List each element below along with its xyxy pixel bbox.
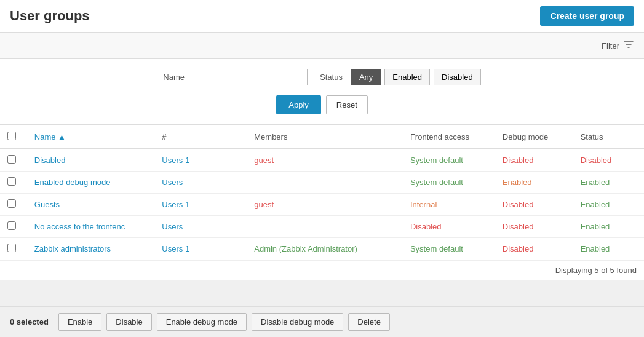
filter-icon (623, 39, 634, 52)
row-debug: Disabled (495, 238, 573, 260)
row-hash: Users 1 (154, 238, 247, 260)
row-hash-link[interactable]: Users (162, 222, 183, 231)
row-status: Enabled (573, 238, 644, 260)
filter-actions: Apply Reset (10, 95, 634, 114)
filter-row-name: Name Status Any Enabled Disabled (10, 69, 634, 85)
row-debug: Disabled (495, 216, 573, 238)
row-frontend: System default (403, 172, 495, 194)
table-footer: Displaying 5 of 5 found (0, 260, 644, 280)
row-frontend-link[interactable]: System default (410, 244, 463, 253)
row-hash-link[interactable]: Users 1 (162, 156, 189, 165)
name-label: Name (163, 73, 185, 82)
table-body: Disabled Users 1 guest System default Di… (0, 149, 644, 260)
row-frontend-link[interactable]: Internal (410, 200, 437, 209)
row-hash-link[interactable]: Users 1 (162, 244, 189, 253)
status-any-button[interactable]: Any (351, 69, 381, 85)
row-name-link[interactable]: No access to the frontenc (34, 222, 125, 231)
row-name: Zabbix administrators (27, 238, 155, 260)
row-debug-link[interactable]: Disabled (503, 222, 534, 231)
apply-button[interactable]: Apply (276, 95, 321, 114)
row-name: Disabled (27, 149, 155, 172)
row-status-text: Disabled (581, 156, 612, 165)
table-container: Name ▲ # Members Frontend access Debug m… (0, 125, 644, 280)
col-header-debug: Debug mode (495, 125, 573, 149)
col-header-hash: # (154, 125, 247, 149)
table-row: Disabled Users 1 guest System default Di… (0, 149, 644, 172)
row-name: Guests (27, 194, 155, 216)
row-hash: Users 1 (154, 149, 247, 172)
page-title: User groups (10, 8, 90, 24)
select-all-checkbox[interactable] (7, 132, 16, 140)
row-hash: Users (154, 172, 247, 194)
row-frontend: Disabled (403, 216, 495, 238)
col-header-members: Members (247, 125, 403, 149)
row-name: Enabled debug mode (27, 172, 155, 194)
row-debug-link[interactable]: Disabled (503, 244, 534, 253)
row-frontend-link[interactable]: Disabled (410, 222, 442, 231)
row-frontend: System default (403, 238, 495, 260)
row-frontend: System default (403, 149, 495, 172)
filter-form: Name Status Any Enabled Disabled Apply R… (0, 59, 644, 125)
row-members-link[interactable]: Admin (Zabbix Administrator) (254, 244, 357, 253)
row-name: No access to the frontenc (27, 216, 155, 238)
row-frontend-link[interactable]: System default (410, 178, 463, 187)
row-status: Enabled (573, 216, 644, 238)
row-checkbox[interactable] (7, 177, 16, 186)
row-checkbox[interactable] (7, 199, 16, 208)
col-header-name[interactable]: Name ▲ (27, 125, 155, 149)
row-status-text: Enabled (581, 178, 610, 187)
row-name-link[interactable]: Guests (34, 200, 60, 209)
row-debug-link[interactable]: Disabled (503, 156, 534, 165)
col-header-frontend: Frontend access (403, 125, 495, 149)
row-checkbox-cell (0, 238, 27, 260)
row-frontend-link[interactable]: System default (410, 156, 463, 165)
row-checkbox[interactable] (7, 244, 16, 252)
reset-button[interactable]: Reset (326, 95, 368, 114)
row-hash-link[interactable]: Users 1 (162, 200, 189, 209)
row-status-text: Enabled (581, 222, 610, 231)
row-status-text: Enabled (581, 200, 610, 209)
status-enabled-button[interactable]: Enabled (384, 69, 430, 85)
row-members: guest (247, 149, 403, 172)
row-status: Disabled (573, 149, 644, 172)
row-status: Enabled (573, 194, 644, 216)
row-name-link[interactable]: Disabled (34, 156, 66, 165)
table-header-row: Name ▲ # Members Frontend access Debug m… (0, 125, 644, 149)
status-group: Status Any Enabled Disabled (320, 69, 481, 85)
row-status-text: Enabled (581, 244, 610, 253)
table-row: Zabbix administrators Users 1 Admin (Zab… (0, 238, 644, 260)
row-members-link[interactable]: guest (254, 200, 274, 209)
row-hash: Users 1 (154, 194, 247, 216)
row-members (247, 216, 403, 238)
row-checkbox[interactable] (7, 155, 16, 164)
row-checkbox-cell (0, 194, 27, 216)
row-debug-link[interactable]: Disabled (503, 200, 534, 209)
row-debug: Disabled (495, 149, 573, 172)
displaying-text: Displaying 5 of 5 found (555, 266, 637, 275)
row-checkbox[interactable] (7, 221, 16, 230)
name-input[interactable] (197, 69, 308, 85)
row-name-link[interactable]: Enabled debug mode (34, 178, 111, 187)
table-row: No access to the frontenc Users Disabled… (0, 216, 644, 238)
row-checkbox-cell (0, 149, 27, 172)
select-all-header (0, 125, 27, 149)
row-members-link[interactable]: guest (254, 156, 274, 165)
table-row: Enabled debug mode Users System default … (0, 172, 644, 194)
table-row: Guests Users 1 guest Internal Disabled E… (0, 194, 644, 216)
status-disabled-button[interactable]: Disabled (434, 69, 481, 85)
row-checkbox-cell (0, 216, 27, 238)
row-status: Enabled (573, 172, 644, 194)
page-header: User groups Create user group (0, 0, 644, 33)
row-name-link[interactable]: Zabbix administrators (34, 244, 111, 253)
status-label: Status (320, 73, 343, 82)
user-groups-table: Name ▲ # Members Frontend access Debug m… (0, 125, 644, 260)
row-members: Admin (Zabbix Administrator) (247, 238, 403, 260)
row-debug-link[interactable]: Enabled (503, 178, 532, 187)
create-user-group-button[interactable]: Create user group (540, 6, 634, 26)
row-frontend: Internal (403, 194, 495, 216)
row-hash-link[interactable]: Users (162, 178, 183, 187)
row-hash: Users (154, 216, 247, 238)
row-checkbox-cell (0, 172, 27, 194)
row-debug: Enabled (495, 172, 573, 194)
row-debug: Disabled (495, 194, 573, 216)
